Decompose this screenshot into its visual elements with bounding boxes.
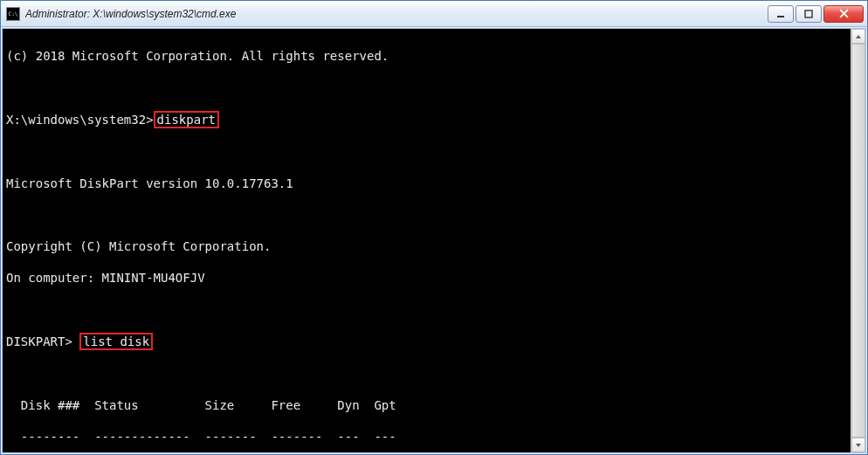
window-controls: [768, 5, 864, 23]
highlighted-command: diskpart: [154, 111, 219, 128]
vertical-scrollbar[interactable]: [851, 29, 865, 452]
diskpart-prompt: DISKPART>: [6, 334, 72, 348]
minimize-button[interactable]: [768, 5, 794, 23]
highlighted-command: list disk: [79, 333, 153, 350]
output-line: Copyright (C) Microsoft Corporation.: [6, 238, 849, 254]
scroll-track[interactable]: [851, 44, 865, 438]
blank-line: [6, 301, 849, 317]
titlebar[interactable]: Administrator: X:\windows\system32\cmd.e…: [1, 1, 867, 27]
close-button[interactable]: [823, 5, 864, 23]
scroll-up-button[interactable]: [851, 29, 865, 44]
svg-rect-1: [805, 10, 812, 17]
prompt-path: X:\windows\system32>: [6, 113, 154, 127]
blank-line: [6, 79, 849, 95]
console-area: (c) 2018 Microsoft Corporation. All righ…: [2, 28, 866, 453]
output-line: On computer: MININT-MU4OFJV: [6, 270, 849, 286]
cmd-window: Administrator: X:\windows\system32\cmd.e…: [0, 0, 868, 455]
window-title: Administrator: X:\windows\system32\cmd.e…: [25, 8, 768, 20]
prompt-line: DISKPART> list disk: [6, 333, 849, 350]
blank-line: [6, 144, 849, 160]
blank-line: [6, 207, 849, 223]
cmd-icon: [6, 7, 20, 21]
scroll-down-button[interactable]: [851, 438, 865, 452]
table-divider: -------- ------------- ------- ------- -…: [6, 429, 849, 445]
scroll-thumb[interactable]: [851, 44, 865, 438]
console-output[interactable]: (c) 2018 Microsoft Corporation. All righ…: [3, 29, 851, 452]
output-line: Microsoft DiskPart version 10.0.17763.1: [6, 176, 849, 191]
table-header: Disk ### Status Size Free Dyn Gpt: [6, 397, 849, 413]
prompt-line: X:\windows\system32>diskpart: [6, 111, 849, 128]
maximize-button[interactable]: [796, 5, 822, 23]
svg-rect-0: [777, 16, 784, 17]
blank-line: [6, 366, 849, 382]
output-line: (c) 2018 Microsoft Corporation. All righ…: [6, 48, 849, 64]
